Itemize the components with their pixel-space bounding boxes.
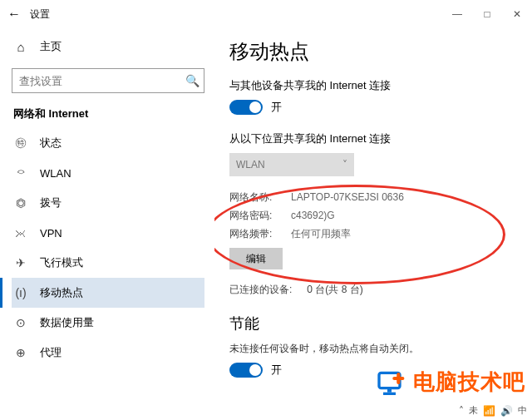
home-label: 主页 <box>40 39 62 54</box>
sidebar-item-airplane[interactable]: ✈ 飞行模式 <box>12 248 204 278</box>
sidebar-item-label: WLAN <box>40 167 71 180</box>
powersave-toggle[interactable] <box>229 363 263 378</box>
sidebar-item-label: 状态 <box>40 136 62 151</box>
connected-label: 已连接的设备: <box>229 283 292 297</box>
powersave-heading: 节能 <box>229 314 517 334</box>
back-button[interactable]: ← <box>0 7 28 22</box>
search-input[interactable] <box>12 75 180 87</box>
source-value: WLAN <box>236 159 265 170</box>
sidebar-item-label: 数据使用量 <box>40 315 94 330</box>
source-dropdown[interactable]: WLAN ˅ <box>229 153 354 176</box>
content-pane: 移动热点 与其他设备共享我的 Internet 连接 开 从以下位置共享我的 I… <box>214 28 532 420</box>
powersave-desc: 未连接任何设备时，移动热点将自动关闭。 <box>229 342 517 356</box>
data-usage-icon: ⊙ <box>13 316 28 329</box>
status-icon: ㊕ <box>13 136 28 151</box>
sidebar-item-label: 飞行模式 <box>40 255 83 270</box>
share-toggle[interactable] <box>229 100 263 115</box>
network-band-label: 网络频带: <box>229 225 291 243</box>
sidebar-item-wlan[interactable]: ⌔ WLAN <box>12 158 204 188</box>
sidebar-item-data-usage[interactable]: ⊙ 数据使用量 <box>12 308 204 338</box>
sidebar-item-label: 拨号 <box>40 195 62 210</box>
window-title: 设置 <box>30 7 50 22</box>
sidebar-item-hotspot[interactable]: (ı) 移动热点 <box>12 278 204 308</box>
sidebar-item-status[interactable]: ㊕ 状态 <box>12 128 204 158</box>
network-password-label: 网络密码: <box>229 206 291 225</box>
vpn-icon: ⩙ <box>13 226 28 240</box>
proxy-icon: ⊕ <box>13 346 28 359</box>
sidebar-item-vpn[interactable]: ⩙ VPN <box>12 218 204 248</box>
page-title: 移动热点 <box>229 38 517 65</box>
share-toggle-label: 开 <box>271 100 282 115</box>
sidebar-item-label: 代理 <box>40 345 62 360</box>
search-icon: 🔍 <box>180 74 204 87</box>
edit-button[interactable]: 编辑 <box>229 248 283 269</box>
sidebar-item-dialup[interactable]: ⏣ 拨号 <box>12 188 204 218</box>
home-icon: ⌂ <box>13 40 28 54</box>
sidebar-home[interactable]: ⌂ 主页 <box>12 33 204 60</box>
share-label: 与其他设备共享我的 Internet 连接 <box>229 78 517 93</box>
sidebar-category: 网络和 Internet <box>13 106 204 121</box>
connected-value: 0 台(共 8 台) <box>307 283 362 297</box>
from-label: 从以下位置共享我的 Internet 连接 <box>229 131 517 146</box>
powersave-toggle-label: 开 <box>271 363 282 378</box>
hotspot-icon: (ı) <box>13 286 28 299</box>
network-password-value: c43692)G <box>291 206 335 225</box>
close-button[interactable]: ✕ <box>502 2 532 26</box>
sidebar: ⌂ 主页 🔍 网络和 Internet ㊕ 状态 ⌔ WLAN ⏣ 拨号 ⩙ V… <box>0 28 214 420</box>
maximize-button[interactable]: □ <box>472 2 502 26</box>
sidebar-item-proxy[interactable]: ⊕ 代理 <box>12 338 204 368</box>
network-name-value: LAPTOP-07KSEJSI 0636 <box>291 188 404 206</box>
chevron-down-icon: ˅ <box>342 159 347 170</box>
wlan-icon: ⌔ <box>13 166 28 180</box>
dialup-icon: ⏣ <box>13 196 28 210</box>
sidebar-item-label: VPN <box>40 227 62 240</box>
network-name-label: 网络名称: <box>229 188 291 206</box>
airplane-icon: ✈ <box>13 256 28 269</box>
sidebar-item-label: 移动热点 <box>40 285 83 300</box>
network-band-value: 任何可用频率 <box>291 225 351 243</box>
minimize-button[interactable]: — <box>442 2 472 26</box>
search-box[interactable]: 🔍 <box>12 68 204 93</box>
